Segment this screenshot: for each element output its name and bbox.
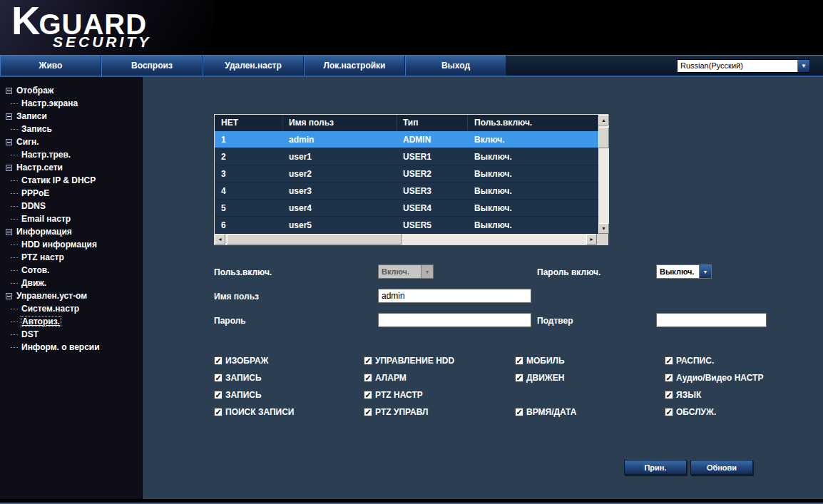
apply-button[interactable]: Прин. (624, 460, 687, 475)
collapse-icon[interactable] (6, 165, 12, 171)
permission-checkbox-hdd-management[interactable]: ✓УПРАВЛЕНИЕ HDD (364, 356, 515, 366)
sidebar-item-system-settings[interactable]: Систем.настр (0, 302, 142, 315)
sidebar-item-version-info[interactable]: Информ. о версии (0, 341, 142, 354)
checkbox-checked-icon: ✓ (665, 356, 673, 365)
checkbox-checked-icon: ✓ (364, 408, 372, 416)
nav-right: Russian(Русский) ▼ (506, 56, 823, 76)
chevron-down-icon[interactable]: ▼ (797, 60, 809, 72)
sidebar-item-hdd-info[interactable]: HDD информация (0, 238, 142, 251)
nav-menu: Живо Воспроиз Удален.настр Лок.настройки… (0, 56, 506, 76)
nav-item-exit[interactable]: Выход (405, 56, 506, 76)
permission-checkbox-mobile[interactable]: ✓МОБИЛЬ (515, 356, 665, 366)
checkbox-checked-icon: ✓ (665, 408, 673, 416)
collapse-icon[interactable] (6, 113, 12, 120)
refresh-button[interactable]: Обнови (690, 460, 753, 475)
scroll-up-icon[interactable]: ▲ (598, 115, 609, 125)
table-row[interactable]: 4 user3 USER3 Выключ. (215, 182, 598, 200)
scroll-left-icon[interactable]: ◄ (215, 234, 225, 245)
checkbox-checked-icon: ✓ (214, 408, 223, 416)
permission-checkbox-record2[interactable]: ✓ЗАПИСЬ (214, 390, 364, 400)
table-row[interactable]: 6 user5 USER5 Выключ. (215, 217, 598, 234)
permission-checkbox-language[interactable]: ✓ЯЗЫК (665, 390, 823, 400)
confirm-password-input[interactable] (656, 313, 767, 327)
table-row[interactable]: 2 user1 USER1 Выключ. (215, 148, 598, 165)
username-input[interactable] (378, 289, 531, 303)
checkbox-checked-icon: ✓ (665, 374, 673, 382)
table-row[interactable]: 3 user2 USER2 Выключ. (215, 165, 598, 182)
sidebar-item-records[interactable]: Записи (0, 110, 142, 123)
permission-checkbox-record[interactable]: ✓ЗАПИСЬ (214, 373, 364, 383)
sidebar-item-static-ip-dhcp[interactable]: Статик IP & DHCP (0, 174, 142, 187)
sidebar-item-dst[interactable]: DST (0, 328, 142, 341)
sidebar-item-ptz-settings[interactable]: PTZ настр (0, 251, 142, 264)
permission-checkbox-audio-video[interactable]: ✓Аудио/Видео НАСТР (665, 373, 823, 383)
permission-checkbox-alarm[interactable]: ✓АЛАРМ (364, 373, 515, 383)
sidebar-item-record[interactable]: Запись (0, 123, 142, 135)
checkbox-checked-icon: ✓ (665, 391, 673, 399)
checkbox-checked-icon: ✓ (214, 374, 223, 382)
permission-checkbox-schedule[interactable]: ✓РАСПИС. (665, 356, 823, 366)
user-enable-label: Польз.включ. (214, 267, 272, 277)
chevron-down-icon: ▼ (421, 265, 433, 278)
checkbox-checked-icon: ✓ (515, 356, 523, 365)
nav-item-local-settings[interactable]: Лок.настройки (304, 56, 405, 76)
nav-item-remote-settings[interactable]: Удален.настр (203, 56, 304, 76)
sidebar-item-display[interactable]: Отображ (0, 84, 142, 97)
permission-checkbox-motion[interactable]: ✓ДВИЖЕН (515, 373, 665, 383)
checkbox-checked-icon: ✓ (364, 374, 372, 382)
table-header-row: НЕТ Имя польз Тип Польз.включ. (215, 115, 598, 131)
permission-checkbox-display[interactable]: ✓ИЗОБРАЖ (214, 356, 364, 366)
sidebar-tree: Отображ Настр.экрана Записи Запись Сигн.… (0, 77, 143, 499)
permission-checkbox-ptz-settings[interactable]: ✓PTZ НАСТР (364, 390, 515, 400)
vertical-scrollbar[interactable]: ▲ ▼ (598, 115, 609, 234)
checkbox-checked-icon: ✓ (364, 356, 372, 365)
scroll-down-icon[interactable]: ▼ (598, 223, 609, 234)
checkbox-checked-icon: ✓ (515, 408, 523, 416)
chevron-down-icon[interactable]: ▼ (699, 265, 711, 278)
sidebar-item-ddns[interactable]: DDNS (0, 200, 142, 212)
scroll-right-icon[interactable]: ► (586, 234, 597, 245)
sidebar-item-alarm[interactable]: Сигн. (0, 135, 142, 148)
horizontal-scrollbar[interactable]: ◄ ► (215, 234, 608, 245)
kguard-logo: K GUARD SECURITY (11, 1, 151, 51)
permissions-grid: ✓ИЗОБРАЖ ✓УПРАВЛЕНИЕ HDD ✓МОБИЛЬ ✓РАСПИС… (214, 352, 823, 421)
sidebar-item-network[interactable]: Настр.сети (0, 161, 142, 174)
navbar: Живо Воспроиз Удален.настр Лок.настройки… (0, 55, 823, 77)
horizontal-scroll-thumb[interactable] (227, 234, 402, 245)
users-table: НЕТ Имя польз Тип Польз.включ. 1 admin A… (214, 114, 608, 245)
table-row[interactable]: 1 admin ADMIN Включ. (215, 131, 598, 148)
sidebar-item-motion[interactable]: Движ. (0, 277, 142, 289)
logo-security: SECURITY (53, 34, 151, 51)
collapse-icon[interactable] (6, 88, 12, 94)
sidebar-item-alarm-settings[interactable]: Настр.трев. (0, 148, 142, 161)
permission-checkbox-ptz-control[interactable]: ✓PTZ УПРАВЛ (364, 407, 515, 417)
sidebar-item-email[interactable]: Email настр (0, 212, 142, 225)
sidebar-item-device-management[interactable]: Управлен.уст-ом (0, 289, 142, 302)
vertical-scroll-thumb[interactable] (598, 127, 609, 148)
checkbox-checked-icon: ✓ (364, 391, 372, 399)
sidebar-item-information[interactable]: Информация (0, 225, 142, 238)
password-enable-select[interactable]: Выключ. ▼ (656, 264, 712, 279)
password-input[interactable] (378, 313, 531, 327)
sidebar-item-pppoe[interactable]: PPPoE (0, 187, 142, 200)
permission-checkbox-record-search[interactable]: ✓ПОИСК ЗАПИСИ (214, 407, 364, 417)
language-select[interactable]: Russian(Русский) ▼ (677, 59, 810, 73)
sidebar-item-screen-settings[interactable]: Настр.экрана (0, 97, 142, 110)
sidebar-item-authorization[interactable]: Авториз. (0, 315, 142, 328)
nav-item-live[interactable]: Живо (0, 56, 101, 76)
content: Отображ Настр.экрана Записи Запись Сигн.… (0, 77, 823, 499)
password-label: Пароль (214, 316, 246, 326)
permission-checkbox-maintenance[interactable]: ✓ОБСЛУЖ. (665, 407, 823, 417)
nav-item-playback[interactable]: Воспроиз (101, 56, 203, 76)
sidebar-item-mobile[interactable]: Сотов. (0, 264, 142, 277)
checkbox-checked-icon: ✓ (214, 356, 223, 365)
collapse-icon[interactable] (6, 293, 12, 299)
user-enable-select[interactable]: Включ. ▼ (378, 264, 434, 279)
footer-bar (0, 499, 823, 504)
username-label: Имя польз (214, 292, 259, 302)
scrollbar-corner (597, 234, 608, 245)
table-row[interactable]: 5 user4 USER4 Выключ. (215, 200, 598, 217)
permission-checkbox-time-date[interactable]: ✓ВРМЯ/ДАТА (515, 407, 665, 417)
collapse-icon[interactable] (6, 139, 12, 145)
collapse-icon[interactable] (6, 229, 12, 235)
